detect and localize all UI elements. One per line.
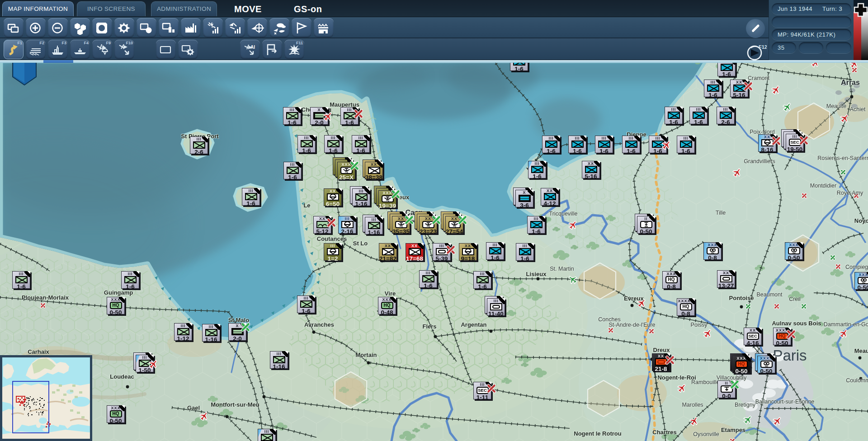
svg-text:HQ: HQ <box>345 171 348 173</box>
svg-text:HQ: HQ <box>711 252 714 253</box>
svg-text:HQ: HQ <box>400 225 403 227</box>
svg-text:HQ: HQ <box>862 281 865 283</box>
svg-text:HQ: HQ <box>453 225 456 227</box>
svg-text:AI: AI <box>250 45 255 50</box>
svg-text:HQ: HQ <box>793 252 796 253</box>
svg-text:HQ: HQ <box>765 365 768 367</box>
svg-text:HQ: HQ <box>386 199 389 202</box>
svg-text:HQ: HQ <box>427 225 430 227</box>
svg-text:F12: F12 <box>759 44 767 50</box>
